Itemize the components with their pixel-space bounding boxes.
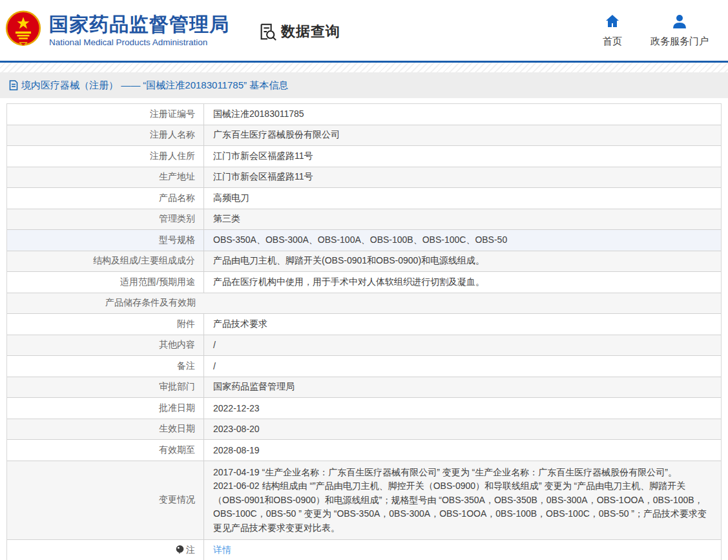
breadcrumb: 境内医疗器械（注册） —— “国械注准20183011785” 基本信息 xyxy=(0,72,728,98)
row-label-registrant_address: 注册人住所 xyxy=(7,146,204,167)
row-label-approval_dept: 审批部门 xyxy=(7,377,204,398)
data-query-label: 数据查询 xyxy=(281,22,340,41)
table-row-change_history: 变更情况2017-04-19 “生产企业名称：广东百生医疗器械有限公司” 变更为… xyxy=(7,461,721,540)
user-icon xyxy=(672,14,687,32)
change-paragraph-1: 2017-04-19 “生产企业名称：广东百生医疗器械有限公司” 变更为 “生产… xyxy=(213,466,712,480)
page: 国家药品监督管理局 National Medical Products Admi… xyxy=(0,0,728,560)
table-row-production_address: 生产地址江门市新会区福盛路11号 xyxy=(7,167,721,188)
table-row-storage_validity: 产品储存条件及有效期 xyxy=(7,293,721,314)
row-value-reg_no: 国械注准20183011785 xyxy=(204,104,721,125)
change-paragraph-2: 2021-06-02 结构组成由 “”产品由电刀主机、脚控开关（OBS-0900… xyxy=(213,479,712,535)
row-label-storage_validity: 产品储存条件及有效期 xyxy=(7,293,204,314)
row-value-note: 详情 xyxy=(204,540,721,560)
row-label-production_address: 生产地址 xyxy=(7,167,204,188)
row-label-text: 注 xyxy=(186,544,195,556)
row-label-composition: 结构及组成/主要组成成分 xyxy=(7,251,204,272)
row-value-composition: 产品由电刀主机、脚踏开关(OBS-0901和OBS-0900)和电源线组成。 xyxy=(204,251,721,272)
row-label-model_spec: 型号规格 xyxy=(7,230,204,251)
row-value-production_address: 江门市新会区福盛路11号 xyxy=(204,167,721,188)
site-header: 国家药品监督管理局 National Medical Products Admi… xyxy=(0,0,728,61)
table-row-product_name: 产品名称高频电刀 xyxy=(7,187,721,209)
row-label-expiry_date: 有效期至 xyxy=(7,440,204,461)
row-label-change_history: 变更情况 xyxy=(7,461,204,540)
row-value-storage_validity xyxy=(204,293,721,314)
table-row-approval_dept: 审批部门国家药品监督管理局 xyxy=(7,377,721,398)
table-row-management_class: 管理类别第三类 xyxy=(7,209,721,230)
document-icon xyxy=(9,80,18,90)
row-label-attachment: 附件 xyxy=(7,314,204,335)
row-label-product_name: 产品名称 xyxy=(7,188,204,209)
row-value-registrant_name: 广东百生医疗器械股份有限公司 xyxy=(204,125,721,146)
stripe-texture-band xyxy=(0,63,728,72)
home-icon xyxy=(605,14,620,32)
table-row-registrant_address: 注册人住所江门市新会区福盛路11号 xyxy=(7,145,721,167)
table-row-registrant_name: 注册人名称广东百生医疗器械股份有限公司 xyxy=(7,125,721,146)
breadcrumb-text: 境内医疗器械（注册） —— “国械注准20183011785” 基本信息 xyxy=(21,79,288,92)
org-title-en: National Medical Products Administration xyxy=(49,37,229,47)
row-label-intended_use: 适用范围/预期用途 xyxy=(7,272,204,293)
table-row-remarks: 备注/ xyxy=(7,355,721,377)
table-row-effective_date: 生效日期2023-08-20 xyxy=(7,419,721,440)
row-value-expiry_date: 2028-08-19 xyxy=(204,440,721,461)
note-icon xyxy=(176,545,184,556)
row-value-effective_date: 2023-08-20 xyxy=(204,419,721,440)
table-row-intended_use: 适用范围/预期用途产品在医疗机构中使用，用于手术中对人体软组织进行切割及凝血。 xyxy=(7,271,721,293)
brand-text: 国家药品监督管理局 National Medical Products Admi… xyxy=(49,14,229,48)
row-label-management_class: 管理类别 xyxy=(7,209,204,230)
table-row-composition: 结构及组成/主要组成成分产品由电刀主机、脚踏开关(OBS-0901和OBS-09… xyxy=(7,251,721,272)
table-row-note: 注详情 xyxy=(7,539,721,560)
row-value-approval_dept: 国家药品监督管理局 xyxy=(204,377,721,398)
row-value-management_class: 第三类 xyxy=(204,209,721,230)
row-value-model_spec: OBS-350A、OBS-300A、OBS-100A、OBS-100B、OBS-… xyxy=(204,230,721,251)
table-row-reg_no: 注册证编号国械注准20183011785 xyxy=(7,104,721,125)
row-value-change_history: 2017-04-19 “生产企业名称：广东百生医疗器械有限公司” 变更为 “生产… xyxy=(204,461,721,540)
national-emblem-icon xyxy=(5,10,41,50)
data-query-section[interactable]: 数据查询 xyxy=(258,22,340,41)
row-value-other_content: / xyxy=(204,335,721,356)
top-nav: 首页 政务服务门户 xyxy=(603,14,709,48)
brand-logo[interactable]: 国家药品监督管理局 National Medical Products Admi… xyxy=(5,10,229,50)
row-label-effective_date: 生效日期 xyxy=(7,419,204,440)
org-title-cn: 国家药品监督管理局 xyxy=(49,14,229,36)
data-query-icon xyxy=(258,22,277,41)
row-value-remarks: / xyxy=(204,356,721,377)
row-label-registrant_name: 注册人名称 xyxy=(7,125,204,146)
nav-home-label: 首页 xyxy=(603,36,622,48)
table-row-expiry_date: 有效期至2028-08-19 xyxy=(7,439,721,461)
nav-home[interactable]: 首页 xyxy=(603,14,622,48)
row-label-other_content: 其他内容 xyxy=(7,335,204,356)
table-row-other_content: 其他内容/ xyxy=(7,335,721,356)
row-value-intended_use: 产品在医疗机构中使用，用于手术中对人体软组织进行切割及凝血。 xyxy=(204,272,721,293)
row-label-remarks: 备注 xyxy=(7,356,204,377)
row-value-approval_date: 2022-12-23 xyxy=(204,398,721,419)
nav-gov-portal-label: 政务服务门户 xyxy=(650,36,709,48)
nav-gov-portal[interactable]: 政务服务门户 xyxy=(650,14,709,48)
row-label-note: 注 xyxy=(7,540,204,560)
detail-link[interactable]: 详情 xyxy=(213,544,231,556)
registration-info-table: 注册证编号国械注准20183011785注册人名称广东百生医疗器械股份有限公司注… xyxy=(6,103,722,560)
row-value-attachment: 产品技术要求 xyxy=(204,314,721,335)
table-row-model_spec: 型号规格OBS-350A、OBS-300A、OBS-100A、OBS-100B、… xyxy=(7,229,721,251)
row-value-registrant_address: 江门市新会区福盛路11号 xyxy=(204,146,721,167)
table-row-attachment: 附件产品技术要求 xyxy=(7,313,721,335)
table-row-approval_date: 批准日期2022-12-23 xyxy=(7,397,721,419)
row-label-reg_no: 注册证编号 xyxy=(7,104,204,125)
row-label-approval_date: 批准日期 xyxy=(7,398,204,419)
row-value-product_name: 高频电刀 xyxy=(204,188,721,209)
